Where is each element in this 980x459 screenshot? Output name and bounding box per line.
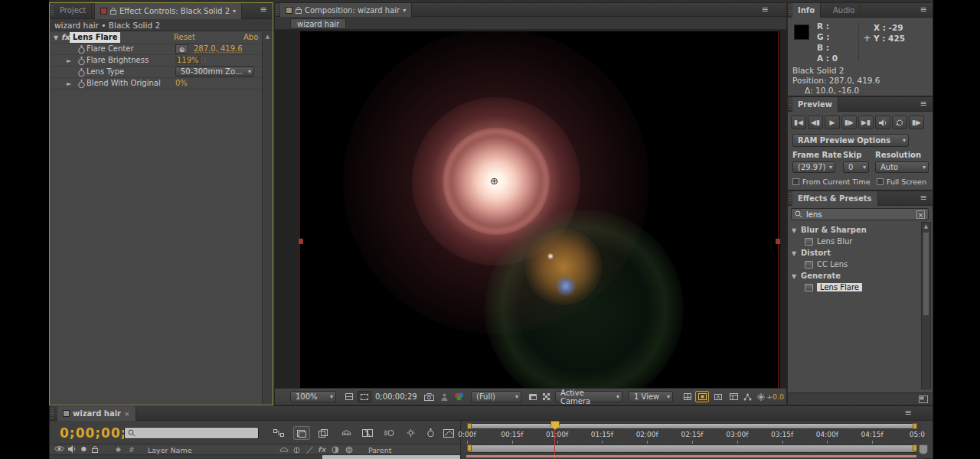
ram-preview-options-dropdown[interactable]: RAM Preview Options ▾ (792, 134, 909, 147)
audio-column-icon[interactable] (68, 445, 76, 453)
comp-marker-bin-icon[interactable] (919, 444, 928, 454)
twirl-open-icon[interactable]: ▼ (792, 227, 796, 234)
motion-blur-icon[interactable] (381, 426, 397, 440)
flowchart-button-icon[interactable] (740, 391, 754, 402)
panel-grip[interactable] (789, 194, 792, 203)
panel-grip[interactable] (51, 409, 54, 418)
composition-crumb[interactable]: wizard hair (290, 18, 346, 29)
stopwatch-icon[interactable] (77, 45, 86, 54)
selected-layer-name-field[interactable] (322, 455, 460, 459)
view-layout-dropdown[interactable]: 1 View ▾ (629, 391, 673, 402)
last-frame-button[interactable]: ▶▮ (858, 116, 874, 129)
tab-timeline-wizard-hair[interactable]: wizard hair × (57, 406, 136, 421)
tree-item[interactable]: Lens Blur (788, 236, 920, 248)
property-value[interactable]: 0% (175, 79, 188, 87)
tab-project[interactable]: Project (54, 3, 92, 18)
effect-name[interactable]: Lens Flare (70, 32, 120, 43)
pixel-aspect-correction-icon[interactable] (695, 391, 709, 402)
draft-3d-icon[interactable] (315, 426, 332, 440)
grid-guides-icon[interactable] (681, 391, 694, 402)
lock-column-icon[interactable] (92, 446, 98, 453)
camera-view-dropdown[interactable]: Active Camera ▾ (555, 391, 622, 402)
tree-category[interactable]: ▼ Distort (788, 248, 920, 259)
label-column-icon[interactable]: ◆ (116, 445, 121, 453)
skip-dropdown[interactable]: 0 ▾ (843, 161, 869, 173)
timeline-search-field[interactable] (124, 427, 259, 439)
composition-viewer[interactable]: ⊕ (275, 30, 786, 388)
new-panel-icon[interactable] (919, 396, 928, 403)
fast-previews-icon[interactable] (711, 391, 725, 402)
effect-header-row[interactable]: ▼ fx Lens Flare Reset Abo (50, 32, 262, 44)
magnification-dropdown[interactable]: 100% ▾ (290, 391, 336, 402)
navigator-start-handle[interactable] (467, 444, 472, 451)
tab-effects-presets[interactable]: Effects & Presets (792, 191, 878, 206)
live-update-icon[interactable] (293, 426, 310, 440)
effect-about-button[interactable]: Abo (243, 33, 258, 41)
frame-rate-dropdown[interactable]: (29.97) ▾ (792, 161, 835, 173)
work-area-start-handle[interactable] (467, 423, 472, 429)
panel-menu-icon[interactable]: ≡ (917, 193, 929, 203)
layer-handle-right[interactable] (776, 239, 780, 244)
navigator-end-handle[interactable] (913, 444, 917, 451)
quality-switch-icon[interactable] (306, 446, 313, 454)
next-frame-button[interactable]: ▮▶ (841, 116, 857, 129)
close-tab-icon[interactable]: × (124, 410, 130, 418)
parent-header[interactable]: Parent (368, 446, 391, 454)
resolution-dropdown[interactable]: (Full) ▾ (471, 391, 521, 402)
safe-margins-icon[interactable] (342, 391, 356, 402)
twirl-closed-icon[interactable]: ► (67, 80, 71, 87)
tab-info[interactable]: Info (792, 3, 821, 18)
region-of-interest-icon[interactable] (358, 391, 371, 402)
auto-keyframe-icon[interactable] (422, 426, 439, 440)
property-value[interactable]: 287.0, 419.6 (194, 44, 243, 53)
twirl-open-icon[interactable]: ▼ (54, 34, 58, 41)
lock-icon[interactable] (110, 8, 116, 15)
solo-column-icon[interactable]: ● (81, 445, 87, 452)
roi-target-icon[interactable] (526, 391, 540, 402)
tree-item-selected[interactable]: Lens Flare (788, 282, 920, 294)
effects-presets-scrollbar[interactable]: ▲ (921, 222, 931, 389)
checkbox-icon[interactable] (877, 178, 884, 185)
scroll-up-icon[interactable]: ▲ (263, 32, 273, 41)
viewer-dropdown-icon[interactable]: ▾ (403, 7, 406, 14)
composition-frame[interactable]: ⊕ (299, 31, 780, 388)
panel-menu-icon[interactable]: ≡ (257, 5, 270, 15)
from-current-time-checkbox[interactable]: From Current Time (792, 177, 871, 186)
stopwatch-icon[interactable] (77, 68, 86, 77)
audio-button[interactable] (875, 116, 890, 129)
snapshot-camera-icon[interactable] (422, 391, 436, 402)
loop-button[interactable] (892, 116, 907, 129)
tree-category[interactable]: ▼ Blur & Sharpen (788, 225, 920, 236)
scroll-up-icon[interactable]: ▲ (922, 223, 930, 230)
panel-menu-icon[interactable]: ≡ (759, 5, 771, 15)
3d-switch-icon[interactable] (345, 446, 353, 454)
tab-preview[interactable]: Preview (792, 97, 838, 112)
scrollbar-thumb[interactable] (923, 232, 929, 316)
tab-audio[interactable]: Audio (828, 3, 861, 18)
twirl-closed-icon[interactable]: ► (67, 57, 71, 64)
effects-search-field[interactable]: lens × (791, 208, 929, 220)
ram-preview-button[interactable]: ▮▶ (909, 116, 924, 129)
previous-frame-button[interactable]: ◀▮ (808, 116, 823, 129)
panel-menu-icon[interactable]: ≡ (902, 408, 914, 418)
timeline-button-icon[interactable] (727, 391, 740, 402)
layer-name-header[interactable]: Layer Name (148, 446, 192, 454)
exposure-value[interactable]: +0.0 (766, 392, 784, 401)
panel-menu-icon[interactable]: ≡ (917, 5, 929, 15)
play-button[interactable]: ▶ (825, 116, 840, 129)
comp-timecode[interactable]: 0;00;00;29 (375, 392, 417, 401)
panel-grip[interactable] (276, 5, 279, 15)
resolution-preview-dropdown[interactable]: Auto ▾ (875, 161, 929, 173)
lock-icon[interactable] (296, 7, 302, 14)
adjustment-switch-icon[interactable] (332, 446, 339, 454)
brainstorm-icon[interactable] (402, 426, 419, 440)
time-navigator-bar[interactable] (467, 444, 917, 453)
tab-effect-controls[interactable]: Effect Controls: Black Solid 2 ▾ (94, 3, 242, 19)
channel-icon[interactable] (451, 391, 468, 402)
lens-type-dropdown[interactable]: 50-300mm Zo... ▾ (175, 67, 254, 76)
comp-mini-flowchart-icon[interactable] (270, 426, 287, 440)
shy-layers-icon[interactable] (338, 426, 354, 440)
panel-grip[interactable] (789, 5, 792, 15)
frame-blending-icon[interactable] (359, 426, 376, 440)
full-screen-checkbox[interactable]: Full Screen (877, 177, 926, 186)
